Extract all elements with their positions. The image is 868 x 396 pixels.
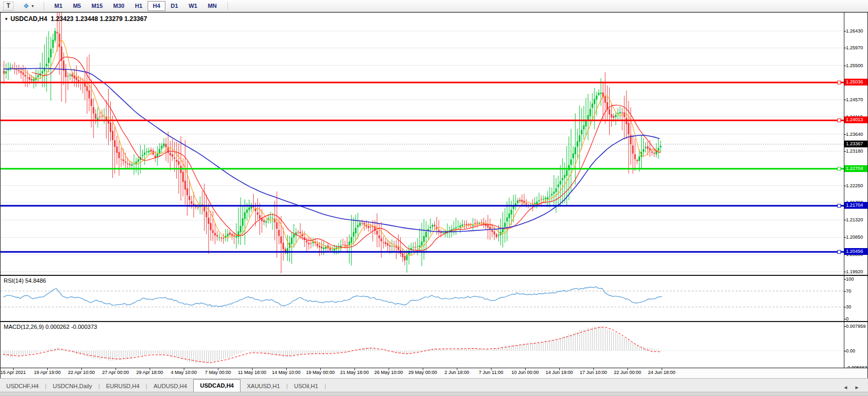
timeframe-button-w1[interactable]: W1 <box>183 1 203 11</box>
symbol-tab-bar: USDCHF,H4|USDCNH,Daily|EURUSD,H4|AUDUSD,… <box>0 378 868 392</box>
date-tick-label: 7 May 00:00 <box>205 370 231 375</box>
price-tick-label: 1.22250 <box>846 183 863 188</box>
level-price-label: 1.24013 <box>844 116 867 123</box>
timeframe-button-m15[interactable]: M15 <box>86 1 108 11</box>
rsi-tick-label: 100 <box>846 276 854 282</box>
macd-tick-label: 0.007959 <box>846 324 866 329</box>
date-tick-label: 26 May 10:00 <box>374 370 403 375</box>
price-tick-label: 1.25500 <box>846 63 863 68</box>
rsi-chart-canvas[interactable] <box>1 276 845 321</box>
chart-tab-eurusd-h4[interactable]: EURUSD,H4 <box>100 381 146 392</box>
date-tick-label: 14 Jun 19:00 <box>546 370 573 375</box>
chart-tab-audusd-h4[interactable]: AUDUSD,H4 <box>147 381 193 392</box>
chart-ohlc-values: 1.23423 1.23448 1.23279 1.23367 <box>51 15 148 23</box>
current-price-label: 1.23367 <box>844 141 867 147</box>
price-tick-label: 1.25970 <box>846 45 863 50</box>
chart-tab-usdcnh-daily[interactable]: USDCNH,Daily <box>47 381 99 392</box>
price-tick-label: 1.21320 <box>846 217 863 222</box>
chart-symbol-label: USDCAD,H4 <box>11 15 47 23</box>
macd-tick-label: 0.00 <box>846 348 855 354</box>
crosshair-tools-icon: ❖ <box>23 2 29 10</box>
date-tick-label: 7 Jun 11:00 <box>479 370 503 375</box>
date-tick-label: 19 May 00:00 <box>306 370 335 375</box>
rsi-tick-label: 0 <box>846 316 849 322</box>
level-price-label: 1.22704 <box>844 165 867 172</box>
macd-pane: MACD(12,26,9) 0.000262 -0.000373 0.00795… <box>1 322 867 368</box>
chart-tab-xauusd-h1[interactable]: XAUUSD,H1 <box>240 381 286 392</box>
date-tick-label: 24 Jun 18:00 <box>648 370 675 375</box>
text-tool-button[interactable]: T <box>2 1 15 11</box>
rsi-tick-label: 70 <box>846 288 851 294</box>
timeframe-button-m5[interactable]: M5 <box>68 1 86 11</box>
price-chart-canvas[interactable] <box>1 13 845 275</box>
timeframe-button-h1[interactable]: H1 <box>130 1 148 11</box>
date-tick-label: 17 Jun 10:00 <box>580 370 607 375</box>
text-tool-icon: T <box>3 2 13 10</box>
tab-scroll-right-button[interactable]: ► <box>851 384 863 390</box>
macd-chart-canvas[interactable] <box>1 322 845 367</box>
tab-separator: | <box>325 381 326 392</box>
rsi-pane: RSI(14) 54.8486 10070300 <box>1 276 867 322</box>
top-toolbar: T ❖ ▼ M1M5M15M30H1H4D1W1MN <box>0 0 868 12</box>
date-tick-label: 4 May 10:00 <box>171 370 197 375</box>
date-tick-label: 21 May 18:00 <box>340 370 369 375</box>
chart-tab-usoil-h1[interactable]: USOil,H1 <box>288 381 325 392</box>
chart-title: ▼USDCAD,H4 1.23423 1.23448 1.23279 1.233… <box>4 15 147 23</box>
macd-label: MACD(12,26,9) 0.000262 -0.000373 <box>4 324 97 330</box>
price-tick-label: 1.23640 <box>846 132 863 137</box>
price-pane: ▼USDCAD,H4 1.23423 1.23448 1.23279 1.233… <box>1 13 867 276</box>
price-tick-label: 1.19920 <box>846 269 863 274</box>
status-bar <box>0 392 868 396</box>
date-tick-label: 2 Jun 18:00 <box>444 370 469 375</box>
price-tick-label: 1.24570 <box>846 97 863 102</box>
macd-scale[interactable]: 0.0079590.00-0.005663 <box>844 322 867 368</box>
price-tick-label: 1.23180 <box>846 148 863 154</box>
chart-tab-usdchf-h4[interactable]: USDCHF,H4 <box>0 381 45 392</box>
rsi-scale[interactable]: 10070300 <box>844 276 867 321</box>
date-tick-label: 10 Jun 00:00 <box>511 370 539 375</box>
price-tick-label: 1.26430 <box>846 28 863 34</box>
date-tick-label: 11 May 18:00 <box>238 370 266 375</box>
date-tick-label: 14 May 10:00 <box>272 370 301 375</box>
chart-window: ▼USDCAD,H4 1.23423 1.23448 1.23279 1.233… <box>0 12 868 378</box>
timeframe-button-m1[interactable]: M1 <box>49 1 68 11</box>
chart-tab-usdcad-h4[interactable]: USDCAD,H4 <box>193 379 240 392</box>
level-price-label: 1.21704 <box>844 202 867 209</box>
date-tick-label: 29 Apr 18:00 <box>136 370 163 375</box>
timeframe-buttons: M1M5M15M30H1H4D1W1MN <box>49 1 222 11</box>
date-tick-label: 22 Jun 00:00 <box>614 370 641 375</box>
timeframe-button-h4[interactable]: H4 <box>148 1 165 11</box>
rsi-tick-label: 30 <box>846 304 851 309</box>
tab-scroll-left-button[interactable]: ◄ <box>840 384 851 390</box>
date-tick-label: 15 Apr 2021 <box>1 370 26 375</box>
date-tick-label: 27 Apr 00:00 <box>102 370 129 375</box>
collapse-arrow-icon[interactable]: ▼ <box>4 17 8 22</box>
timeframe-button-m30[interactable]: M30 <box>108 1 130 11</box>
level-price-label: 1.25036 <box>844 79 867 85</box>
toolbar-drag-handle[interactable] <box>44 2 45 10</box>
price-scale[interactable]: 1.264301.259701.255001.250401.245701.241… <box>844 13 867 275</box>
date-tick-label: 19 Apr 19:00 <box>34 370 60 375</box>
date-tick-label: 22 Apr 10:00 <box>68 370 95 375</box>
date-axis[interactable]: 15 Apr 202119 Apr 19:0022 Apr 10:0027 Ap… <box>1 368 867 379</box>
toolbar-separator <box>227 2 228 10</box>
timeframe-button-d1[interactable]: D1 <box>165 1 183 11</box>
timeframe-button-mn[interactable]: MN <box>203 1 222 11</box>
tab-scroll-arrows: ◄► <box>840 382 863 391</box>
level-price-label: 1.20456 <box>844 248 867 255</box>
chevron-down-icon: ▼ <box>31 4 35 8</box>
cursor-tools-button[interactable]: ❖ ▼ <box>20 1 37 11</box>
date-tick-label: 29 May 00:00 <box>409 370 437 375</box>
rsi-label: RSI(14) 54.8486 <box>4 277 46 284</box>
price-tick-label: 1.20850 <box>846 234 863 240</box>
